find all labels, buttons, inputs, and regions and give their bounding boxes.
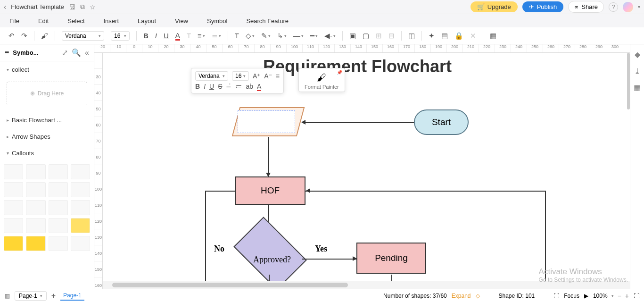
shape-thumb[interactable] — [49, 218, 68, 233]
back-icon[interactable]: ‹ — [4, 3, 6, 11]
shape-thumb[interactable] — [4, 200, 23, 215]
export-icon[interactable]: ⤓ — [634, 67, 640, 76]
shape-thumb[interactable] — [26, 218, 45, 233]
shape-thumb[interactable] — [49, 164, 68, 179]
shape-thumb[interactable] — [71, 182, 90, 197]
float-strike-button[interactable]: S — [218, 83, 222, 90]
expand-link[interactable]: Expand — [452, 293, 471, 299]
shape-thumb[interactable] — [71, 236, 90, 251]
menu-search[interactable]: Search Feature — [246, 17, 289, 25]
focus-label[interactable]: Focus — [564, 293, 579, 299]
canvas[interactable]: Requirement Flowchart Start HOF Approved… — [103, 53, 644, 281]
float-numlist-button[interactable]: ≡̇ — [226, 83, 231, 90]
shape-thumb[interactable] — [4, 218, 23, 233]
bring-front-button[interactable]: ▣ — [349, 32, 356, 40]
shape-thumb[interactable] — [71, 218, 90, 233]
horizontal-scrollbar[interactable] — [103, 281, 644, 289]
floating-format-painter[interactable]: 📌 🖌 Format Painter — [298, 68, 345, 92]
send-back-button[interactable]: ▢ — [363, 32, 369, 40]
presentation-icon[interactable]: ▶ — [584, 293, 588, 299]
line-color-button[interactable]: ✎▾ — [261, 32, 271, 40]
zoom-level[interactable]: 100% — [593, 293, 608, 299]
menu-edit[interactable]: Edit — [38, 17, 49, 25]
increase-font-button[interactable]: A⁺ — [253, 72, 260, 80]
shape-thumb[interactable] — [4, 164, 23, 179]
float-fontcolor-button[interactable]: A — [257, 83, 261, 90]
scrollbar-thumb[interactable] — [112, 283, 348, 287]
save-icon[interactable]: 🖫 — [69, 3, 75, 11]
float-bulletlist-button[interactable]: ≔ — [235, 83, 242, 90]
section-basic-flowchart[interactable]: Basic Flowchart ... — [0, 112, 94, 128]
zoom-out-button[interactable]: − — [618, 292, 621, 300]
help-icon[interactable]: ? — [609, 2, 618, 12]
share-button[interactable]: ∝Share — [568, 1, 604, 13]
float-italic-button[interactable]: I — [204, 83, 206, 90]
menu-view[interactable]: View — [175, 17, 188, 25]
publish-button[interactable]: ✈Publish — [522, 1, 564, 12]
shape-thumb[interactable] — [26, 236, 45, 251]
search-icon[interactable]: 🔍 — [72, 48, 81, 57]
lock-button[interactable]: 🔒 — [454, 32, 463, 40]
page-options-button[interactable]: ▦ — [490, 32, 496, 40]
font-color-button[interactable]: A — [175, 31, 180, 41]
shape-format-icon[interactable]: ◆ — [635, 50, 640, 59]
star-icon[interactable]: ☆ — [90, 3, 96, 11]
shape-input-editing[interactable] — [238, 110, 295, 133]
valign-button[interactable]: ≣▾ — [212, 32, 221, 40]
section-arrow-shapes[interactable]: Arrow Shapes — [0, 128, 94, 145]
text-box-button[interactable]: T — [235, 32, 239, 40]
float-bold-button[interactable]: B — [195, 83, 200, 90]
pin-icon[interactable]: 📌 — [337, 70, 342, 75]
underline-button[interactable]: U — [164, 32, 169, 40]
highlight-button[interactable]: T — [187, 32, 191, 40]
effects-button[interactable]: ✦ — [429, 32, 435, 40]
shape-thumb[interactable] — [26, 164, 45, 179]
open-external-icon[interactable]: ⧉ — [80, 3, 85, 11]
shape-thumb[interactable] — [4, 236, 23, 251]
apps-icon[interactable]: ▦ — [634, 83, 641, 92]
format-painter-icon[interactable]: 🖌 — [317, 72, 326, 83]
floating-text-toolbar[interactable]: Verdana▾ 16▾ A⁺ A⁻ ≡ B I U S ≡̇ ≔ ab A — [191, 68, 284, 93]
redo-button[interactable]: ↷ — [21, 32, 27, 40]
shape-thumb[interactable] — [4, 182, 23, 197]
page-tab[interactable]: Page-1 — [60, 291, 84, 301]
float-size-select[interactable]: 16▾ — [232, 71, 249, 81]
connector-style-button[interactable]: ↳▾ — [277, 32, 287, 40]
float-case-button[interactable]: ab — [246, 83, 253, 90]
shape-thumb[interactable] — [71, 200, 90, 215]
focus-icon[interactable]: ⛶ — [553, 293, 559, 299]
fullscreen-icon[interactable]: ⛶ — [634, 293, 639, 299]
font-select[interactable]: Verdana▾ — [62, 31, 104, 41]
shape-hof[interactable]: HOF — [235, 176, 305, 205]
shape-thumb[interactable] — [49, 200, 68, 215]
tools-button[interactable]: ✕ — [470, 32, 476, 40]
align-button[interactable]: ≡▾ — [198, 32, 205, 40]
italic-button[interactable]: I — [155, 32, 157, 40]
section-collect[interactable]: collect — [0, 61, 94, 78]
shape-start[interactable]: Start — [414, 109, 469, 135]
crop-button[interactable]: ◫ — [408, 32, 415, 40]
zoom-in-button[interactable]: + — [625, 292, 629, 300]
float-align-button[interactable]: ≡ — [276, 72, 280, 80]
float-underline-button[interactable]: U — [209, 83, 214, 90]
shape-thumb[interactable] — [49, 182, 68, 197]
font-size-select[interactable]: 16▾ — [111, 31, 130, 41]
line-style-button[interactable]: —▾ — [293, 32, 304, 40]
menu-symbol[interactable]: Symbol — [207, 17, 227, 25]
decrease-font-button[interactable]: A⁻ — [264, 72, 272, 80]
avatar[interactable] — [623, 2, 633, 12]
format-painter-button[interactable]: 🖌 — [41, 32, 48, 40]
shape-decision[interactable] — [233, 217, 307, 281]
fill-color-button[interactable]: ◇▾ — [246, 32, 255, 40]
page-selector[interactable]: Page-1▾ — [15, 291, 47, 301]
layers-button[interactable]: ▤ — [441, 32, 448, 40]
shape-pending[interactable]: Pending — [356, 243, 426, 274]
section-callouts[interactable]: Callouts — [0, 145, 94, 161]
vertical-scrollbar-thumb[interactable] — [627, 53, 630, 109]
drag-zone[interactable]: ⊕Drag Here — [7, 82, 87, 105]
menu-file[interactable]: File — [9, 17, 19, 25]
menu-layout[interactable]: Layout — [138, 17, 156, 25]
bold-button[interactable]: B — [143, 32, 149, 40]
collapse-icon[interactable]: « — [85, 49, 89, 57]
arrow-start-button[interactable]: ◀-▾ — [324, 32, 336, 40]
